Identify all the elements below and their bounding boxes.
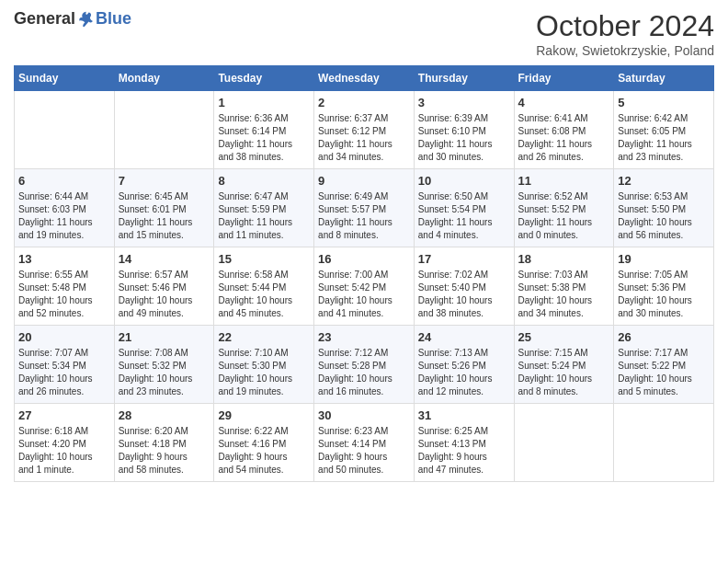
calendar-cell: 1Sunrise: 6:36 AM Sunset: 6:14 PM Daylig… bbox=[214, 91, 314, 169]
day-detail: Sunrise: 7:00 AM Sunset: 5:42 PM Dayligh… bbox=[318, 269, 410, 320]
header-friday: Friday bbox=[514, 66, 614, 91]
day-number: 12 bbox=[618, 174, 710, 188]
day-number: 8 bbox=[218, 174, 310, 188]
day-detail: Sunrise: 7:17 AM Sunset: 5:22 PM Dayligh… bbox=[618, 347, 710, 398]
calendar-cell: 26Sunrise: 7:17 AM Sunset: 5:22 PM Dayli… bbox=[614, 326, 714, 404]
day-number: 30 bbox=[318, 408, 410, 422]
day-number: 15 bbox=[218, 252, 310, 266]
day-number: 24 bbox=[418, 330, 510, 344]
calendar-cell: 14Sunrise: 6:57 AM Sunset: 5:46 PM Dayli… bbox=[114, 247, 214, 326]
day-detail: Sunrise: 6:36 AM Sunset: 6:14 PM Dayligh… bbox=[218, 112, 310, 164]
calendar-cell bbox=[514, 404, 614, 482]
day-detail: Sunrise: 6:45 AM Sunset: 6:01 PM Dayligh… bbox=[119, 190, 210, 242]
title-block: October 2024 Rakow, Swietokrzyskie, Pola… bbox=[536, 9, 714, 58]
calendar-cell bbox=[114, 91, 214, 169]
day-detail: Sunrise: 7:03 AM Sunset: 5:38 PM Dayligh… bbox=[518, 269, 610, 320]
calendar-body: 1Sunrise: 6:36 AM Sunset: 6:14 PM Daylig… bbox=[15, 91, 714, 482]
day-number: 2 bbox=[318, 96, 410, 109]
day-detail: Sunrise: 7:15 AM Sunset: 5:24 PM Dayligh… bbox=[518, 347, 610, 398]
page-header: General Blue October 2024 Rakow, Swietok… bbox=[14, 9, 714, 58]
day-number: 23 bbox=[318, 330, 410, 344]
day-detail: Sunrise: 6:25 AM Sunset: 4:13 PM Dayligh… bbox=[418, 425, 510, 477]
calendar-cell: 9Sunrise: 6:49 AM Sunset: 5:57 PM Daylig… bbox=[314, 169, 415, 247]
day-detail: Sunrise: 6:37 AM Sunset: 6:12 PM Dayligh… bbox=[318, 112, 410, 164]
day-number: 20 bbox=[18, 330, 110, 344]
calendar-cell: 4Sunrise: 6:41 AM Sunset: 6:08 PM Daylig… bbox=[514, 91, 614, 169]
day-detail: Sunrise: 6:18 AM Sunset: 4:20 PM Dayligh… bbox=[18, 425, 110, 477]
day-number: 4 bbox=[518, 96, 610, 109]
calendar-cell: 19Sunrise: 7:05 AM Sunset: 5:36 PM Dayli… bbox=[614, 247, 714, 326]
calendar-cell: 16Sunrise: 7:00 AM Sunset: 5:42 PM Dayli… bbox=[314, 247, 415, 326]
calendar-week-row: 27Sunrise: 6:18 AM Sunset: 4:20 PM Dayli… bbox=[15, 404, 714, 482]
day-detail: Sunrise: 6:47 AM Sunset: 5:59 PM Dayligh… bbox=[218, 190, 310, 242]
day-detail: Sunrise: 6:39 AM Sunset: 6:10 PM Dayligh… bbox=[418, 112, 510, 164]
day-number: 19 bbox=[618, 252, 710, 266]
calendar-cell: 24Sunrise: 7:13 AM Sunset: 5:26 PM Dayli… bbox=[414, 326, 514, 404]
calendar-cell: 11Sunrise: 6:52 AM Sunset: 5:52 PM Dayli… bbox=[514, 169, 614, 247]
day-number: 13 bbox=[18, 252, 110, 266]
day-detail: Sunrise: 7:12 AM Sunset: 5:28 PM Dayligh… bbox=[318, 347, 410, 398]
day-number: 11 bbox=[518, 174, 610, 188]
month-title: October 2024 bbox=[536, 9, 714, 43]
calendar-table: Sunday Monday Tuesday Wednesday Thursday… bbox=[14, 65, 714, 482]
day-detail: Sunrise: 6:52 AM Sunset: 5:52 PM Dayligh… bbox=[518, 190, 610, 242]
calendar-cell: 13Sunrise: 6:55 AM Sunset: 5:48 PM Dayli… bbox=[15, 247, 115, 326]
day-number: 3 bbox=[418, 96, 510, 109]
logo-bird-icon bbox=[77, 10, 96, 29]
day-number: 29 bbox=[218, 408, 310, 422]
logo-blue-text: Blue bbox=[96, 9, 131, 29]
calendar-cell: 21Sunrise: 7:08 AM Sunset: 5:32 PM Dayli… bbox=[114, 326, 214, 404]
day-detail: Sunrise: 7:05 AM Sunset: 5:36 PM Dayligh… bbox=[618, 269, 710, 320]
day-detail: Sunrise: 6:44 AM Sunset: 6:03 PM Dayligh… bbox=[18, 190, 110, 242]
calendar-cell: 10Sunrise: 6:50 AM Sunset: 5:54 PM Dayli… bbox=[414, 169, 514, 247]
calendar-cell: 31Sunrise: 6:25 AM Sunset: 4:13 PM Dayli… bbox=[414, 404, 514, 482]
calendar-week-row: 13Sunrise: 6:55 AM Sunset: 5:48 PM Dayli… bbox=[15, 247, 714, 326]
header-saturday: Saturday bbox=[614, 66, 714, 91]
calendar-cell: 3Sunrise: 6:39 AM Sunset: 6:10 PM Daylig… bbox=[414, 91, 514, 169]
calendar-cell: 29Sunrise: 6:22 AM Sunset: 4:16 PM Dayli… bbox=[214, 404, 314, 482]
calendar-cell: 12Sunrise: 6:53 AM Sunset: 5:50 PM Dayli… bbox=[614, 169, 714, 247]
logo-general-text: General bbox=[14, 9, 75, 29]
location-subtitle: Rakow, Swietokrzyskie, Poland bbox=[536, 43, 714, 58]
day-detail: Sunrise: 6:58 AM Sunset: 5:44 PM Dayligh… bbox=[218, 269, 310, 320]
weekday-header-row: Sunday Monday Tuesday Wednesday Thursday… bbox=[15, 66, 714, 91]
calendar-cell bbox=[15, 91, 115, 169]
calendar-cell: 15Sunrise: 6:58 AM Sunset: 5:44 PM Dayli… bbox=[214, 247, 314, 326]
day-number: 7 bbox=[119, 174, 210, 188]
day-number: 18 bbox=[518, 252, 610, 266]
day-detail: Sunrise: 7:02 AM Sunset: 5:40 PM Dayligh… bbox=[418, 269, 510, 320]
day-detail: Sunrise: 6:23 AM Sunset: 4:14 PM Dayligh… bbox=[318, 425, 410, 477]
calendar-cell: 30Sunrise: 6:23 AM Sunset: 4:14 PM Dayli… bbox=[314, 404, 415, 482]
calendar-cell: 7Sunrise: 6:45 AM Sunset: 6:01 PM Daylig… bbox=[114, 169, 214, 247]
day-number: 25 bbox=[518, 330, 610, 344]
day-number: 31 bbox=[418, 408, 510, 422]
calendar-cell: 18Sunrise: 7:03 AM Sunset: 5:38 PM Dayli… bbox=[514, 247, 614, 326]
day-detail: Sunrise: 6:53 AM Sunset: 5:50 PM Dayligh… bbox=[618, 190, 710, 242]
day-detail: Sunrise: 7:08 AM Sunset: 5:32 PM Dayligh… bbox=[119, 347, 210, 398]
header-monday: Monday bbox=[114, 66, 214, 91]
day-detail: Sunrise: 6:57 AM Sunset: 5:46 PM Dayligh… bbox=[119, 269, 210, 320]
day-number: 9 bbox=[318, 174, 410, 188]
calendar-cell: 22Sunrise: 7:10 AM Sunset: 5:30 PM Dayli… bbox=[214, 326, 314, 404]
day-number: 27 bbox=[18, 408, 110, 422]
calendar-cell: 17Sunrise: 7:02 AM Sunset: 5:40 PM Dayli… bbox=[414, 247, 514, 326]
calendar-cell: 6Sunrise: 6:44 AM Sunset: 6:03 PM Daylig… bbox=[15, 169, 115, 247]
day-detail: Sunrise: 6:20 AM Sunset: 4:18 PM Dayligh… bbox=[119, 425, 210, 477]
calendar-header: Sunday Monday Tuesday Wednesday Thursday… bbox=[15, 66, 714, 91]
calendar-cell: 25Sunrise: 7:15 AM Sunset: 5:24 PM Dayli… bbox=[514, 326, 614, 404]
calendar-cell: 27Sunrise: 6:18 AM Sunset: 4:20 PM Dayli… bbox=[15, 404, 115, 482]
page-container: General Blue October 2024 Rakow, Swietok… bbox=[0, 0, 728, 496]
day-number: 21 bbox=[119, 330, 210, 344]
calendar-cell: 2Sunrise: 6:37 AM Sunset: 6:12 PM Daylig… bbox=[314, 91, 415, 169]
logo: General Blue bbox=[14, 9, 131, 29]
day-detail: Sunrise: 6:42 AM Sunset: 6:05 PM Dayligh… bbox=[618, 112, 710, 164]
day-detail: Sunrise: 7:13 AM Sunset: 5:26 PM Dayligh… bbox=[418, 347, 510, 398]
day-number: 1 bbox=[218, 96, 310, 109]
day-detail: Sunrise: 6:55 AM Sunset: 5:48 PM Dayligh… bbox=[18, 269, 110, 320]
calendar-cell: 5Sunrise: 6:42 AM Sunset: 6:05 PM Daylig… bbox=[614, 91, 714, 169]
day-number: 5 bbox=[618, 96, 710, 109]
day-detail: Sunrise: 6:49 AM Sunset: 5:57 PM Dayligh… bbox=[318, 190, 410, 242]
calendar-cell: 23Sunrise: 7:12 AM Sunset: 5:28 PM Dayli… bbox=[314, 326, 415, 404]
day-number: 26 bbox=[618, 330, 710, 344]
header-tuesday: Tuesday bbox=[214, 66, 314, 91]
